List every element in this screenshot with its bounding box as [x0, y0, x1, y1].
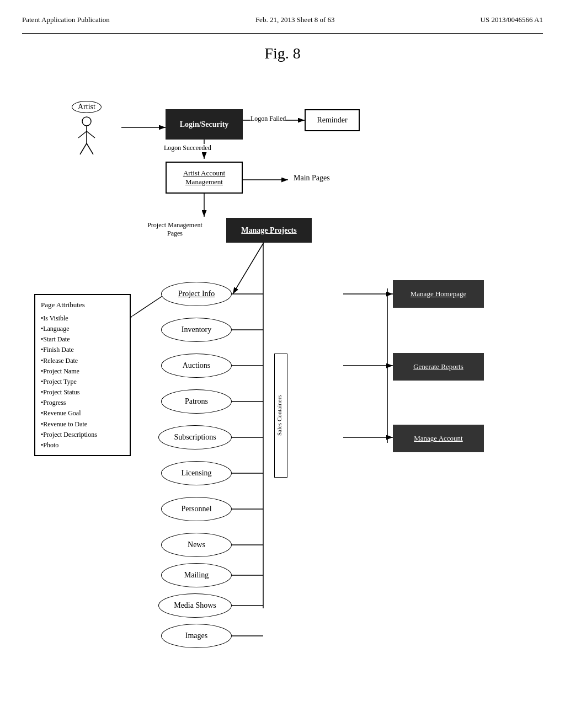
header-left: Patent Application Publication: [22, 15, 110, 24]
manage-projects-box: Manage Projects: [226, 218, 312, 243]
page-header: Patent Application Publication Feb. 21, …: [22, 11, 543, 34]
list-item: •Photo: [41, 440, 124, 451]
artist-account-box: Artist Account Management: [166, 162, 243, 194]
list-item: •Release Date: [41, 356, 124, 366]
header-center: Feb. 21, 2013 Sheet 8 of 63: [255, 15, 335, 24]
page-attributes-title: Page Attributes: [41, 299, 124, 311]
subscriptions-oval: Subscriptions: [158, 425, 232, 449]
list-item: •Project Name: [41, 366, 124, 377]
patrons-oval: Patrons: [161, 389, 232, 414]
personnel-oval: Personnel: [161, 497, 232, 521]
artist-node: Artist: [72, 101, 102, 160]
pm-pages-label: Project Management Pages: [142, 221, 208, 238]
svg-line-8: [233, 239, 266, 294]
auctions-oval: Auctions: [161, 354, 232, 378]
figure-title: Fig. 8: [22, 45, 543, 62]
diagram: Artist Login/Security Logon Failed: [34, 79, 531, 669]
list-item: •Revenue Goal: [41, 408, 124, 419]
list-item: •Start Date: [41, 334, 124, 345]
svg-line-32: [87, 131, 95, 138]
svg-line-31: [78, 131, 87, 138]
generate-reports-box: Generate Reports: [393, 353, 484, 381]
artist-label: Artist: [72, 101, 102, 113]
licensing-oval: Licensing: [161, 461, 232, 485]
main-pages-label: Main Pages: [294, 174, 330, 183]
list-item: •Finish Date: [41, 345, 124, 355]
list-item: •Project Type: [41, 377, 124, 387]
header-right: US 2013/0046566 A1: [481, 15, 543, 24]
page: Patent Application Publication Feb. 21, …: [0, 0, 565, 728]
list-item: •Is Visible: [41, 313, 124, 324]
page-attributes-box: Page Attributes •Is Visible •Language •S…: [34, 294, 131, 456]
logon-failed-label: Logon Failed: [250, 115, 286, 123]
reminder-box: Reminder: [305, 109, 360, 131]
project-info-oval: Project Info: [161, 282, 232, 306]
login-security-box: Login/Security: [166, 109, 243, 140]
logon-succeeded-label: Logon Succeeded: [164, 144, 211, 152]
stick-person-icon: [76, 116, 98, 160]
list-item: •Progress: [41, 398, 124, 408]
svg-line-33: [80, 143, 87, 154]
images-oval: Images: [161, 624, 232, 648]
svg-line-34: [87, 143, 93, 154]
manage-account-box: Manage Account: [393, 425, 484, 452]
list-item: •Language: [41, 324, 124, 334]
page-attributes-items: •Is Visible •Language •Start Date •Finis…: [41, 313, 124, 451]
list-item: •Project Descriptions: [41, 430, 124, 440]
manage-homepage-box: Manage Homepage: [393, 280, 484, 308]
list-item: •Revenue to Date: [41, 419, 124, 430]
svg-line-21: [132, 294, 166, 316]
media-shows-oval: Media Shows: [158, 593, 232, 618]
svg-point-29: [82, 117, 91, 126]
sales-containers-label: Sales Containers: [274, 354, 287, 478]
news-oval: News: [161, 533, 232, 557]
mailing-oval: Mailing: [161, 563, 232, 587]
inventory-oval: Inventory: [161, 318, 232, 342]
list-item: •Project Status: [41, 387, 124, 398]
